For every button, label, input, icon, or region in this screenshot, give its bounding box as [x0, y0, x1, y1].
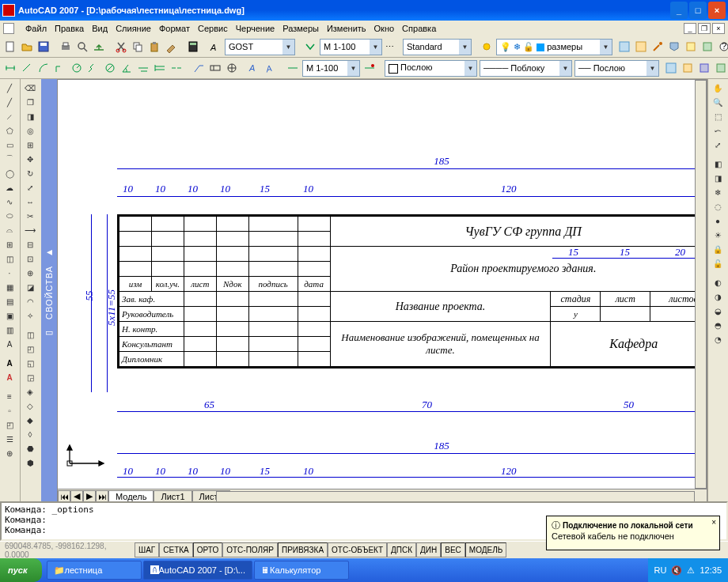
tool-h[interactable]	[664, 59, 678, 77]
systray[interactable]: RU 🔇 ⚠ 12:35	[648, 558, 728, 582]
network-balloon[interactable]: × ⓘ Подключение по локальной сети Сетево…	[546, 516, 720, 550]
zoomext-button[interactable]: ⤢	[710, 138, 726, 152]
makeblock-button[interactable]: ◫	[2, 251, 17, 266]
polyline-button[interactable]: ⟋	[2, 109, 17, 123]
layerp-button[interactable]: ◧	[710, 157, 726, 171]
annoscale-dropdown[interactable]: M 1-100▼	[320, 39, 382, 55]
area-button[interactable]: ▫	[2, 403, 17, 418]
trim-button[interactable]: ✂	[22, 209, 38, 223]
font-style-dropdown[interactable]: GOST▼	[225, 39, 295, 55]
3d6-button[interactable]: ⬢	[22, 455, 38, 470]
dyn-toggle[interactable]: ДИН	[416, 542, 441, 557]
ellipse-button[interactable]: ⬭	[2, 209, 17, 223]
balloon-close[interactable]: ×	[711, 518, 716, 527]
close-button[interactable]: ×	[708, 2, 726, 19]
ortho-toggle[interactable]: ОРТО	[193, 542, 222, 557]
locate-button[interactable]: ⊕	[2, 446, 17, 460]
offset-button[interactable]: ◎	[22, 123, 38, 138]
copy2-button[interactable]: ❐	[22, 95, 38, 109]
menu-edit[interactable]: Правка	[55, 24, 84, 33]
copy-button[interactable]	[131, 38, 145, 55]
dimedit-button[interactable]: A	[247, 59, 261, 77]
dim-angular-button[interactable]	[119, 59, 134, 77]
3d2-button[interactable]: ◇	[22, 399, 38, 413]
layer-state-icon[interactable]	[480, 38, 494, 55]
3d1-button[interactable]: ◈	[22, 384, 38, 399]
list-button[interactable]: ☰	[2, 432, 17, 446]
tray-icon-2[interactable]: ⚠	[687, 565, 695, 576]
distance-button[interactable]: ≡	[2, 389, 17, 403]
dim-baseline-button[interactable]	[153, 59, 167, 77]
minimize-button[interactable]: _	[670, 2, 688, 19]
tool-j[interactable]	[697, 59, 711, 77]
rotate-button[interactable]: ↻	[22, 166, 38, 180]
menu-modify[interactable]: Изменить	[327, 24, 366, 33]
rectangle-button[interactable]: ▭	[2, 138, 17, 152]
tool-g[interactable]: ?	[717, 38, 728, 55]
textstyle-icon[interactable]: A	[208, 38, 222, 55]
menu-tools[interactable]: Сервис	[198, 24, 228, 33]
maximize-button[interactable]: □	[689, 2, 707, 19]
layerthw-button[interactable]: ☀	[710, 228, 726, 242]
view4-button[interactable]: ◲	[22, 370, 38, 384]
break2-button[interactable]: ⊡	[22, 251, 38, 266]
tool-k[interactable]	[714, 59, 728, 77]
task-calc[interactable]: 🖩 Калькулятор	[254, 561, 349, 580]
mirror-button[interactable]: ◨	[22, 109, 38, 123]
chamfer-button[interactable]: ◪	[22, 280, 38, 294]
match-props-button[interactable]	[164, 38, 178, 55]
pan-button[interactable]: ✋	[710, 81, 726, 95]
menu-help[interactable]: Справка	[402, 24, 436, 33]
centermark-button[interactable]	[225, 59, 239, 77]
zoomrt-button[interactable]: 🔍	[710, 95, 726, 109]
doc-min-button[interactable]: _	[684, 23, 696, 34]
osnap-toggle[interactable]: ПРИВЯЗКА	[278, 542, 328, 557]
ucs4-button[interactable]: ◓	[710, 318, 726, 332]
dim-aligned-button[interactable]	[20, 59, 34, 77]
layerfrz-button[interactable]: ❄	[710, 185, 726, 199]
start-button[interactable]: пуск	[0, 558, 42, 582]
gradient-button[interactable]: ▤	[2, 294, 17, 308]
dimupdate-button[interactable]	[362, 59, 377, 77]
menu-window[interactable]: Окно	[374, 24, 395, 33]
linetype-dropdown[interactable]: ──── Поблоку▼	[480, 60, 572, 77]
scale-button[interactable]: ⤢	[22, 180, 38, 195]
lwt-toggle[interactable]: ВЕС	[441, 542, 465, 557]
tolerance-button[interactable]	[208, 59, 222, 77]
view2-button[interactable]: ◰	[22, 342, 38, 356]
dim-diameter-button[interactable]	[103, 59, 117, 77]
tool-d[interactable]	[667, 38, 681, 55]
annoscale-icon[interactable]	[303, 38, 317, 55]
revcloud-button[interactable]: ☁	[2, 180, 17, 195]
annoscale-extra[interactable]: ⋯	[385, 38, 395, 55]
tool-a[interactable]	[617, 38, 631, 55]
line-button[interactable]: ╱	[2, 81, 17, 95]
publish-button[interactable]	[92, 38, 106, 55]
snap-toggle[interactable]: ШАГ	[135, 542, 159, 557]
3d4-button[interactable]: ◊	[22, 427, 38, 441]
drawing-area[interactable]: 185 10 10 10 10 15 10 120 ЧувГУ СФ групп…	[57, 79, 707, 504]
layer-dropdown[interactable]: 💡 ❄ 🔓 размеры▼	[496, 39, 612, 55]
doc-restore-button[interactable]: ❐	[698, 23, 711, 34]
extend-button[interactable]: ⟶	[22, 223, 38, 237]
region-button[interactable]: ▣	[2, 308, 17, 323]
properties-palette[interactable]: ◂ СВОЙСТВА ▭	[41, 79, 57, 504]
explode-button[interactable]: ✧	[22, 308, 38, 323]
ducs-toggle[interactable]: ДПСК	[387, 542, 416, 557]
hatch-button[interactable]: ▦	[2, 280, 17, 294]
ucs1-button[interactable]: ◐	[710, 275, 726, 289]
3d3-button[interactable]: ◆	[22, 413, 38, 427]
dim-continue-button[interactable]	[169, 59, 184, 77]
spline-button[interactable]: ∿	[2, 195, 17, 209]
new-button[interactable]	[3, 38, 17, 55]
view3-button[interactable]: ◱	[22, 356, 38, 370]
join-button[interactable]: ⊕	[22, 266, 38, 280]
task-folder[interactable]: 📁 лестница	[47, 561, 142, 580]
stretch-button[interactable]: ↔	[22, 195, 38, 209]
fillet-button[interactable]: ◠	[22, 294, 38, 308]
ucs2-button[interactable]: ◑	[710, 289, 726, 304]
otrack-toggle[interactable]: ОТС-ОБЪЕКТ	[328, 542, 387, 557]
3d5-button[interactable]: ⬣	[22, 441, 38, 455]
lang-indicator[interactable]: RU	[654, 565, 667, 575]
preview-button[interactable]	[75, 38, 89, 55]
